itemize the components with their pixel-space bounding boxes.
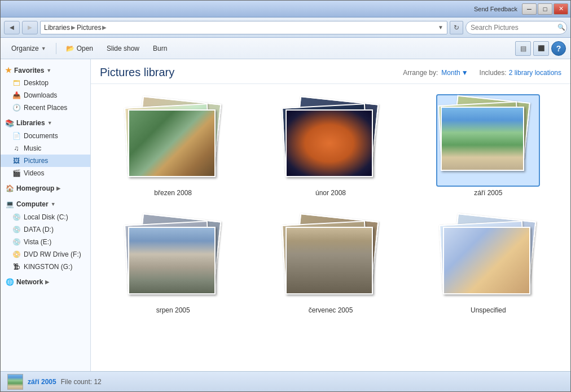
downloads-icon: 📥	[12, 91, 21, 100]
sidebar-header-libraries[interactable]: 📚 Libraries ▼	[1, 116, 90, 130]
minimize-button[interactable]: ─	[522, 3, 537, 15]
includes-label: Includes:	[480, 69, 507, 77]
help-button[interactable]: ?	[551, 41, 566, 56]
search-box[interactable]: 🔍	[465, 21, 567, 34]
favorites-chevron: ▼	[46, 68, 51, 73]
view-toggle-button[interactable]: ⬛	[533, 41, 549, 56]
photo-stack-unspecified	[437, 213, 539, 303]
network-label: Network	[16, 278, 43, 286]
list-item[interactable]: únor 2008	[257, 93, 403, 199]
organize-button[interactable]: Organize ▼	[5, 41, 52, 56]
photo-stack-brezen	[122, 95, 224, 186]
status-file-count: File count: 12	[61, 378, 102, 386]
close-button[interactable]: ✕	[554, 3, 568, 15]
network-chevron: ▶	[45, 279, 49, 285]
vista-e-label: Vista (E:)	[24, 238, 51, 246]
address-bar: ◄ ► Libraries ▶ Pictures ▶ ▼ ↻ 🔍	[1, 17, 570, 38]
arrange-value-button[interactable]: Month ▼	[441, 69, 468, 77]
addr-dropdown-arrow[interactable]: ▼	[438, 24, 443, 30]
photo-label-cervenec: červenec 2005	[309, 306, 353, 314]
photo-stack-cervenec	[280, 213, 381, 303]
status-bar: září 2005 File count: 12	[1, 371, 570, 391]
sidebar-section-favorites: ★ Favorites ▼ 🗔 Desktop 📥 Downloads 🕐 Re…	[1, 64, 90, 114]
data-d-icon: 💿	[12, 225, 21, 234]
addr-pictures[interactable]: Pictures	[77, 24, 101, 32]
dvd-rw-f-label: DVD RW Drive (F:)	[24, 250, 81, 258]
homegroup-chevron: ▶	[56, 186, 60, 191]
list-item[interactable]: červenec 2005	[257, 210, 403, 316]
documents-label: Documents	[24, 132, 58, 140]
list-item[interactable]: září 2005	[415, 93, 561, 199]
toolbar-right: ▤ ⬛ ?	[515, 41, 566, 56]
refresh-button[interactable]: ↻	[450, 21, 463, 34]
main-area: ★ Favorites ▼ 🗔 Desktop 📥 Downloads 🕐 Re…	[1, 59, 570, 371]
burn-label: Burn	[153, 45, 167, 52]
addr-arrow-2: ▶	[102, 24, 107, 30]
homegroup-label: Homegroup	[16, 184, 54, 192]
maximize-button[interactable]: □	[538, 3, 552, 15]
homegroup-icon: 🏠	[5, 184, 14, 193]
arrange-month-label: Month	[441, 69, 460, 77]
sidebar-item-recent-places[interactable]: 🕐 Recent Places	[1, 102, 90, 114]
videos-icon: 🎬	[12, 169, 21, 178]
sidebar-item-local-disk-c[interactable]: 💿 Local Disk (C:)	[1, 211, 90, 223]
burn-button[interactable]: Burn	[147, 41, 173, 56]
sidebar-item-videos[interactable]: 🎬 Videos	[1, 167, 90, 179]
sidebar-header-favorites[interactable]: ★ Favorites ▼	[1, 64, 90, 77]
kingston-g-icon: 🗜	[12, 262, 21, 271]
organize-dropdown-icon: ▼	[41, 46, 46, 51]
network-icon: 🌐	[5, 278, 14, 287]
sidebar-item-pictures[interactable]: 🖼 Pictures	[1, 155, 90, 167]
slideshow-label: Slide show	[107, 45, 139, 52]
sidebar-item-dvd-rw-f[interactable]: 📀 DVD RW Drive (F:)	[1, 248, 90, 261]
computer-label: Computer	[16, 200, 49, 208]
back-button[interactable]: ◄	[4, 21, 20, 34]
sidebar-header-homegroup[interactable]: 🏠 Homegroup ▶	[1, 182, 90, 195]
sidebar-item-desktop[interactable]: 🗔 Desktop	[1, 77, 90, 89]
view-options-button[interactable]: ▤	[515, 41, 531, 56]
sidebar-item-vista-e[interactable]: 💿 Vista (E:)	[1, 236, 90, 248]
sidebar-item-downloads[interactable]: 📥 Downloads	[1, 89, 90, 102]
search-input[interactable]	[471, 24, 555, 32]
content-header: Pictures library Arrange by: Month ▼ Inc…	[91, 59, 570, 84]
list-item[interactable]: březen 2008	[100, 93, 246, 199]
arrange-by-control: Arrange by: Month ▼	[403, 69, 468, 77]
toolbar: Organize ▼ 📂 Open Slide show Burn ▤ ⬛ ?	[1, 38, 570, 59]
sidebar-item-data-d[interactable]: 💿 DATA (D:)	[1, 223, 90, 236]
addr-libraries[interactable]: Libraries	[44, 24, 70, 32]
data-d-label: DATA (D:)	[24, 226, 54, 234]
sidebar-section-network: 🌐 Network ▶	[1, 275, 90, 289]
sidebar-section-computer: 💻 Computer ▼ 💿 Local Disk (C:) 💿 DATA (D…	[1, 197, 90, 273]
libraries-label: Libraries	[16, 119, 45, 127]
search-icon: 🔍	[557, 24, 565, 31]
desktop-icon: 🗔	[12, 78, 21, 87]
pictures-icon: 🖼	[12, 156, 21, 165]
pictures-label: Pictures	[24, 157, 48, 165]
sidebar-item-kingston-g[interactable]: 🗜 KINGSTON (G:)	[1, 261, 90, 273]
downloads-label: Downloads	[24, 91, 57, 99]
recent-places-icon: 🕐	[12, 103, 21, 112]
local-disk-c-label: Local Disk (C:)	[24, 213, 68, 221]
open-button[interactable]: 📂 Open	[60, 41, 99, 56]
sidebar-item-music[interactable]: ♫ Music	[1, 142, 90, 155]
address-field[interactable]: Libraries ▶ Pictures ▶ ▼	[40, 21, 447, 34]
photo-grid: březen 2008 únor 2008	[91, 84, 570, 371]
photo-label-zari: září 2005	[474, 189, 502, 197]
list-item[interactable]: srpen 2005	[100, 210, 246, 316]
sidebar-header-computer[interactable]: 💻 Computer ▼	[1, 197, 90, 211]
computer-chevron: ▼	[51, 201, 56, 207]
list-item[interactable]: Unspecified	[415, 210, 561, 316]
library-locations-link[interactable]: 2 library locations	[509, 69, 561, 77]
forward-button[interactable]: ►	[22, 21, 38, 34]
addr-arrow-1: ▶	[71, 24, 76, 30]
dvd-rw-f-icon: 📀	[12, 250, 21, 259]
sidebar-header-network[interactable]: 🌐 Network ▶	[1, 275, 90, 289]
vista-e-icon: 💿	[12, 237, 21, 246]
recent-places-label: Recent Places	[24, 104, 67, 112]
page-title: Pictures library	[100, 66, 174, 79]
music-label: Music	[24, 144, 41, 152]
photo-label-srpen: srpen 2005	[156, 306, 190, 314]
feedback-link[interactable]: Send Feedback	[474, 6, 517, 12]
sidebar-item-documents[interactable]: 📄 Documents	[1, 130, 90, 142]
slideshow-button[interactable]: Slide show	[100, 41, 146, 56]
